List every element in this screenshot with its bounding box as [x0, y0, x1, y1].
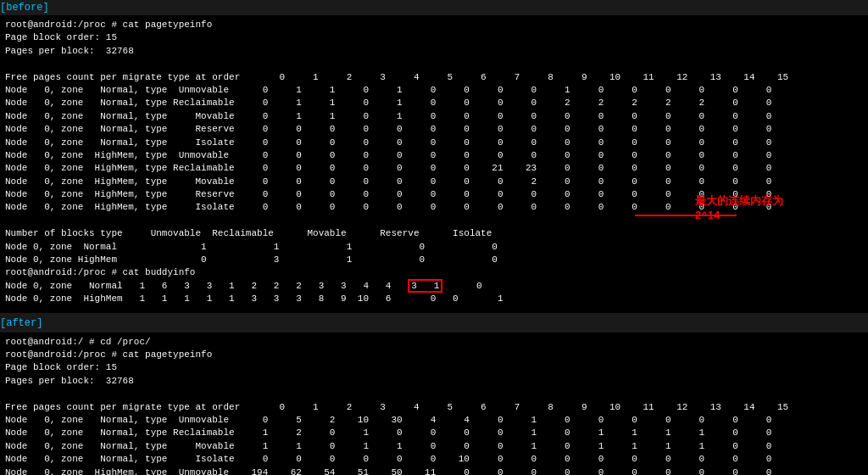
- page-container: [before] root@android:/proc # cat pagety…: [0, 0, 868, 475]
- after-content: root@android:/ # cd /proc/ root@android:…: [5, 336, 863, 475]
- after-label: [after]: [0, 316, 868, 331]
- after-section: root@android:/ # cd /proc/ root@android:…: [0, 332, 868, 475]
- before-content: root@android:/proc # cat pagetypeinfo Pa…: [5, 19, 863, 306]
- before-label: [before]: [0, 0, 868, 15]
- before-annotation: 最大的连续内存为2^14: [695, 193, 783, 221]
- before-section: root@android:/proc # cat pagetypeinfo Pa…: [0, 15, 868, 313]
- before-annotation-text: 最大的连续内存为2^14: [695, 194, 783, 221]
- before-arrow-line: [635, 215, 737, 216]
